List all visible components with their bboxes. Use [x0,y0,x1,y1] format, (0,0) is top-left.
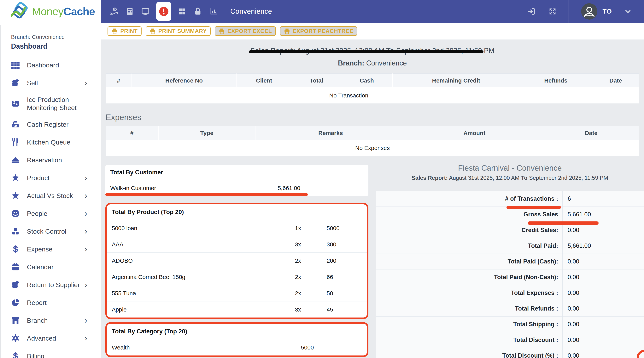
branch-value: Convenience [366,59,407,67]
summary-value: 0.00 [562,316,644,332]
logo-cache: Cache [64,5,95,18]
sidebar-item-label: Advanced [27,334,56,342]
export-excel-button[interactable]: EXPORT EXCEL [215,26,276,36]
sidebar-item-advanced[interactable]: Advanced › [0,329,101,347]
red-underline-annotation [106,193,308,196]
sidebar-item-expense[interactable]: $ Expense › [0,240,101,258]
moneycache-logo-icon [11,2,29,21]
column-header: Date [543,126,639,140]
product-name: 5000 loan [107,220,290,236]
summary-title: Fiesta Carnival - Convenience [376,164,644,172]
app-logo[interactable]: MoneyCache [0,0,101,23]
product-qty: 3x [290,236,322,252]
summary-row: Total Refunds : 0.00 [376,301,644,316]
product-qty: 2x [290,285,322,301]
expenses-table: # Type Remarks Amount Date No Expenses [106,126,639,156]
summary-label: Total Refunds : [376,301,562,316]
avatar[interactable] [581,3,598,20]
sidebar-item-stock-control[interactable]: Stock Control › [0,222,101,240]
red-underline-annotation [506,206,561,209]
column-header: Remarks [256,126,406,140]
topbar-right: TO [527,0,644,23]
product-row: Apple 3x 45 [107,301,367,317]
chevron-right-icon: › [81,316,87,325]
ice-cube-icon [11,99,20,108]
product-total: 300 [322,236,367,252]
print-summary-button[interactable]: PRINT SUMMARY [146,26,210,36]
summary-row: Gross Sales 5,661.00 [376,207,644,222]
summary-value: 0.00 [562,269,644,285]
sidebar-item-label: Product [27,174,50,182]
column-header: Client [236,73,292,87]
chevron-down-icon[interactable] [623,7,633,16]
sidebar-item-sell[interactable]: Sell › [0,74,101,92]
grid-4-icon[interactable] [177,7,187,16]
chevron-right-icon: › [81,209,87,218]
topbar-branch-title: Convenience [230,7,272,16]
sidebar-item-label: Actual Vs Stock [27,192,73,200]
category-row: Wealth 5000 [107,339,367,355]
sidebar-item-people[interactable]: People › [0,205,101,222]
column-header: Remaining Credit [392,73,520,87]
sign-in-icon[interactable] [527,7,536,16]
print-button[interactable]: PRINT [108,26,142,36]
bar-chart-icon[interactable] [209,7,218,16]
chevron-right-icon: › [81,227,87,236]
sidebar-item-label: Sell [27,79,38,87]
card-title: Total By Category (Top 20) [107,324,367,339]
export-peachtree-button[interactable]: EXPORT PEACHTREE [280,26,357,36]
topbar-nav-icons [101,0,218,23]
transactions-empty-row: No Transaction [106,87,639,103]
total-by-category-card: Total By Category (Top 20) Wealth 5000 [106,322,368,357]
summary-panel: Fiesta Carnival - Convenience Sales Repo… [376,164,644,358]
button-label: PRINT [120,28,138,34]
column-header: # [106,73,132,87]
calculator-icon[interactable] [125,7,134,16]
summary-sales-report-label: Sales Report: [412,175,448,181]
chevron-right-icon: › [81,173,87,183]
hand-dollar-icon[interactable] [109,7,119,16]
summary-label: Total Paid (Cash): [376,254,562,269]
product-name: Apple [107,301,290,317]
printer-icon [218,28,225,35]
sidebar-item-product[interactable]: Product › [0,169,101,187]
sidebar-item-kitchen-queue[interactable]: Kitchen Queue [0,133,101,151]
report-toolbar: PRINT PRINT SUMMARY EXPORT EXCEL EXPORT … [101,23,644,40]
alert-icon-active[interactable] [156,2,171,21]
summary-value: 0.00 [562,332,644,348]
sidebar-item-label: Cash Register [27,120,68,129]
sidebar-item-branch[interactable]: Branch › [0,311,101,329]
summary-row: Total Shipping : 0.00 [376,316,644,332]
fullscreen-icon[interactable] [548,7,557,16]
sidebar-item-label: Calendar [27,263,54,271]
user-initials[interactable]: TO [602,8,612,15]
button-label: EXPORT EXCEL [228,28,272,34]
sidebar-item-dashboard[interactable]: Dashboard [0,56,101,74]
summary-row: Total Discount (%) : 0.00 [376,348,644,358]
summary-label: Total Paid (Non-Cash): [376,269,562,285]
category-total: 5000 [296,339,367,355]
expenses-section-title: Expenses [106,113,644,122]
cubes-icon [11,227,20,236]
sidebar-item-report[interactable]: Report [0,294,101,311]
sidebar-item-label: Expense [27,245,52,253]
sidebar-item-actual-vs-stock[interactable]: Actual Vs Stock › [0,187,101,205]
summary-to-word: To [521,175,528,181]
sidebar-item-billing[interactable]: $ Billing [0,347,101,358]
report-date-suffix: PM [484,47,494,55]
sidebar-item-return-to-supplier[interactable]: Return to Supplier › [0,276,101,294]
product-total: 45 [322,301,367,317]
dollar-icon: $ [11,351,20,358]
lock-icon[interactable] [193,7,203,16]
transactions-table: # Reference No Client Total Cash Remaini… [106,73,639,103]
sidebar-item-ice-production[interactable]: Ice Production Monitoring Sheet [0,92,101,115]
product-total: 5000 [322,220,367,236]
monitor-icon[interactable] [140,7,150,16]
product-row: AAA 3x 300 [107,236,367,252]
sidebar-item-calendar[interactable]: Calendar [0,258,101,276]
column-header: Date [592,73,639,87]
sidebar-item-reservation[interactable]: Reservation [0,151,101,169]
sidebar-item-cash-register[interactable]: Cash Register [0,115,101,133]
sidebar-menu: Dashboard Sell › Ice Production Monitori… [0,56,101,358]
summary-label: # of Transactions : [376,191,562,207]
